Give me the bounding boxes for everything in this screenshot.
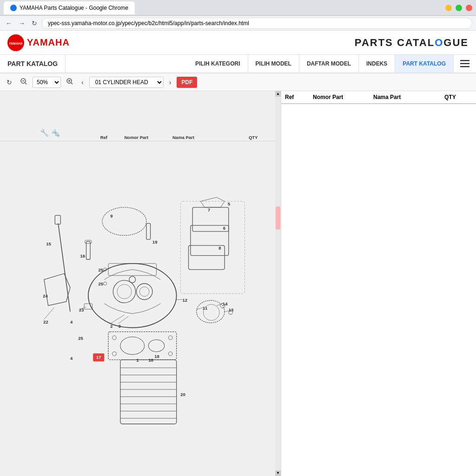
svg-text:25: 25 bbox=[78, 336, 83, 341]
pdf-button[interactable]: PDF bbox=[177, 77, 197, 88]
table-header: Ref Nomor Part Nama Part QTY bbox=[281, 91, 476, 104]
svg-text:5: 5 bbox=[228, 201, 231, 206]
hamburger-menu[interactable] bbox=[454, 55, 476, 73]
zoom-out-button[interactable] bbox=[18, 76, 30, 88]
page-dropdown[interactable]: 01 CYLINDER HEAD 02 CYLINDER 03 CRANKCAS… bbox=[89, 77, 164, 88]
svg-text:QTY: QTY bbox=[249, 135, 258, 140]
part-katalog-label: PART KATALOG bbox=[4, 55, 66, 73]
tab-title: YAMAHA Parts Catalogue - Google Chrome bbox=[20, 5, 128, 11]
diagram-container: Ref Nomor Part Nama Part QTY 🔧 🔩 bbox=[0, 91, 281, 476]
parts-catalogue-title: PARTS CATALOGUE bbox=[355, 37, 469, 49]
address-input[interactable] bbox=[42, 18, 472, 29]
svg-text:25: 25 bbox=[98, 267, 103, 272]
zoom-in-button[interactable] bbox=[64, 76, 76, 88]
svg-text:23: 23 bbox=[79, 307, 84, 312]
svg-line-6 bbox=[25, 83, 26, 84]
address-bar: ← → ↻ bbox=[0, 16, 476, 31]
refresh-button[interactable]: ↻ bbox=[30, 19, 39, 28]
catalogue-highlight: O bbox=[435, 37, 443, 48]
svg-text:18: 18 bbox=[148, 357, 153, 363]
back-button[interactable]: ← bbox=[4, 19, 14, 28]
svg-rect-4 bbox=[460, 66, 469, 67]
scroll-down-button[interactable]: ▼ bbox=[275, 470, 281, 476]
svg-text:25: 25 bbox=[98, 281, 103, 286]
svg-text:4: 4 bbox=[70, 319, 73, 324]
nav-bar: PART KATALOG PILIH KATEGORI PILIH MODEL … bbox=[0, 55, 476, 73]
forward-button[interactable]: → bbox=[17, 19, 27, 28]
col-nomor-part: Nomor Part bbox=[313, 94, 373, 100]
svg-text:15: 15 bbox=[46, 241, 51, 246]
svg-text:8: 8 bbox=[218, 245, 221, 251]
close-button[interactable] bbox=[466, 5, 472, 11]
svg-text:Nama Part: Nama Part bbox=[172, 135, 195, 140]
svg-text:7: 7 bbox=[208, 207, 210, 212]
parts-table-panel: Ref Nomor Part Nama Part QTY bbox=[281, 91, 476, 476]
col-ref: Ref bbox=[285, 94, 313, 100]
svg-text:20: 20 bbox=[180, 392, 185, 397]
nav-indeks[interactable]: INDEKS bbox=[359, 55, 395, 73]
svg-text:Ref: Ref bbox=[100, 135, 108, 140]
prev-page-button[interactable]: ‹ bbox=[79, 77, 86, 88]
svg-text:24: 24 bbox=[43, 293, 48, 298]
nav-part-katalog[interactable]: PART KATALOG bbox=[395, 55, 454, 73]
titlebar-left: YAMAHA Parts Catalogue - Google Chrome bbox=[4, 1, 445, 14]
yamaha-logo: YAMAHA YAMAHA bbox=[7, 34, 70, 51]
svg-text:22: 22 bbox=[43, 319, 48, 324]
svg-text:🔧 🔩: 🔧 🔩 bbox=[40, 128, 60, 137]
scrollbar-track[interactable]: ▲ ▼ bbox=[275, 91, 281, 476]
svg-text:9: 9 bbox=[110, 213, 112, 218]
svg-text:2: 2 bbox=[110, 324, 112, 329]
next-page-button[interactable]: › bbox=[166, 77, 174, 88]
svg-text:3: 3 bbox=[119, 324, 121, 329]
svg-text:17: 17 bbox=[96, 355, 101, 360]
svg-text:1: 1 bbox=[136, 357, 139, 363]
svg-rect-2 bbox=[460, 60, 469, 61]
browser-tab[interactable]: YAMAHA Parts Catalogue - Google Chrome bbox=[4, 1, 135, 14]
browser-titlebar: YAMAHA Parts Catalogue - Google Chrome bbox=[0, 0, 476, 16]
refresh-diagram-button[interactable]: ↻ bbox=[4, 77, 15, 88]
zoom-select[interactable]: 50% 25% 75% 100% bbox=[33, 77, 61, 88]
svg-text:Nomor Part: Nomor Part bbox=[124, 135, 148, 140]
diagram-svg: Ref Nomor Part Nama Part QTY 🔧 🔩 bbox=[0, 91, 281, 476]
col-nama-part: Nama Part bbox=[373, 94, 444, 100]
scroll-up-button[interactable]: ▲ bbox=[275, 91, 281, 97]
nav-pilih-model[interactable]: PILIH MODEL bbox=[248, 55, 299, 73]
yamaha-logo-icon: YAMAHA bbox=[7, 34, 24, 51]
svg-text:14: 14 bbox=[223, 301, 228, 306]
svg-text:18: 18 bbox=[154, 354, 159, 359]
scrollbar-thumb[interactable] bbox=[276, 206, 280, 230]
tab-favicon bbox=[10, 5, 17, 11]
svg-text:6: 6 bbox=[223, 225, 225, 231]
yamaha-logo-text: YAMAHA bbox=[27, 37, 70, 48]
nav-daftar-model[interactable]: DAFTAR MODEL bbox=[299, 55, 359, 73]
col-qty: QTY bbox=[444, 94, 472, 100]
svg-text:12: 12 bbox=[183, 298, 188, 303]
svg-text:4: 4 bbox=[70, 356, 73, 361]
minimize-button[interactable] bbox=[445, 5, 452, 11]
main-content: Ref Nomor Part Nama Part QTY 🔧 🔩 bbox=[0, 91, 476, 476]
svg-text:19: 19 bbox=[152, 239, 158, 245]
app-header: YAMAHA YAMAHA PARTS CATALOGUE bbox=[0, 31, 476, 55]
svg-text:YAMAHA: YAMAHA bbox=[9, 42, 22, 45]
nav-pilih-kategori[interactable]: PILIH KATEGORI bbox=[188, 55, 248, 73]
browser-controls bbox=[445, 5, 472, 11]
diagram-panel[interactable]: Ref Nomor Part Nama Part QTY 🔧 🔩 bbox=[0, 91, 281, 476]
toolbar: ↻ 50% 25% 75% 100% ‹ 01 CYLINDER HEAD 02… bbox=[0, 73, 476, 91]
svg-text:16: 16 bbox=[80, 253, 86, 258]
nav-menu: PILIH KATEGORI PILIH MODEL DAFTAR MODEL … bbox=[188, 55, 476, 73]
svg-text:11: 11 bbox=[203, 305, 208, 311]
svg-line-9 bbox=[71, 83, 73, 84]
svg-rect-12 bbox=[0, 127, 281, 440]
svg-rect-3 bbox=[460, 63, 469, 65]
maximize-button[interactable] bbox=[456, 5, 462, 11]
